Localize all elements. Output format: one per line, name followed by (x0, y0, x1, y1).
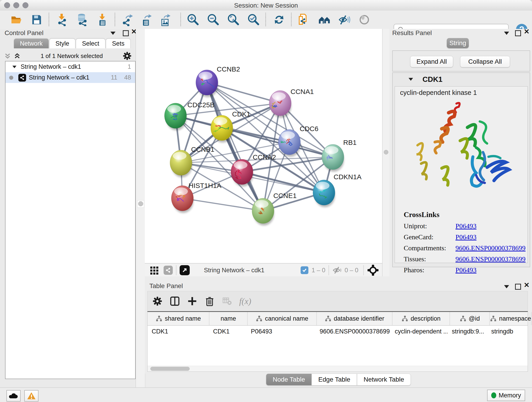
left-splitter-handle[interactable] (138, 201, 143, 206)
protein-structure-image (407, 99, 515, 200)
collapse-all-icon[interactable] (4, 52, 12, 60)
network-collection-row[interactable]: String Network – cdk1 1 (6, 61, 135, 72)
network-options-gear-icon[interactable] (122, 51, 132, 61)
crosslink-link[interactable]: P06493 (456, 222, 476, 230)
left-splitter[interactable] (136, 29, 145, 387)
show-columns-icon[interactable] (170, 296, 180, 306)
control-panel-menu-icon[interactable] (110, 32, 115, 35)
import-table-button[interactable] (96, 13, 109, 26)
import-table-icon (96, 13, 109, 26)
tab-network[interactable]: Network (14, 38, 49, 48)
crosslink-link[interactable]: P06493 (456, 266, 476, 274)
crosslink-label: Tissues: (404, 255, 456, 263)
export-network-button[interactable] (121, 13, 134, 26)
tab-sets[interactable]: Sets (106, 38, 131, 48)
import-network-database-button[interactable] (76, 13, 89, 26)
edge-CCNB2-CCNE1[interactable] (207, 83, 263, 211)
results-panel-float-icon[interactable] (515, 30, 521, 36)
show-graphics-details-button[interactable] (358, 13, 371, 26)
export-network-icon (121, 13, 134, 26)
table-cell: P06493 (247, 326, 316, 337)
tab-network-table[interactable]: Network Table (357, 374, 411, 385)
birds-eye-grid-icon[interactable] (149, 265, 159, 275)
column-hierarchy-icon (156, 315, 162, 322)
table-panel: Table Panel ✕ (145, 276, 532, 374)
control-panel-float-icon[interactable] (123, 30, 129, 36)
tab-string[interactable]: String (447, 38, 469, 48)
duplicate-network-button[interactable] (298, 13, 310, 26)
network-graph[interactable]: CCNB2CCNA1CDC25BCDK1CDC6RB1CCNB1CCNA2CDK… (145, 29, 382, 263)
crosslink-link[interactable]: 9606.ENSP00000378699 (456, 255, 526, 263)
open-session-button[interactable] (10, 13, 23, 26)
tab-select[interactable]: Select (76, 38, 105, 48)
node-CCNE1[interactable]: CCNE1 (252, 192, 297, 225)
apply-layout-button[interactable] (273, 13, 285, 26)
cloud-icon (9, 392, 18, 399)
control-panel: Control Panel ✕ NetworkStyleSelectSets 1… (0, 29, 136, 387)
node-table[interactable]: shared namename canonical name database … (147, 311, 528, 372)
column-header[interactable]: name (209, 312, 248, 325)
network-row[interactable]: String Network – cdk1 11 48 (6, 72, 135, 83)
table-panel-menu-icon[interactable] (504, 285, 509, 288)
expand-all-button[interactable]: Expand All (410, 56, 453, 67)
network-status-dot (9, 76, 13, 80)
crosslinks-section: CrossLinks Uniprot:P06493GeneCard:P06493… (404, 211, 526, 274)
zoom-in-button[interactable] (187, 13, 200, 26)
table-panel-float-icon[interactable] (515, 284, 521, 290)
column-header[interactable]: description (393, 312, 450, 325)
right-splitter[interactable] (382, 29, 390, 276)
edge-CCNE1-HIST1H1A[interactable] (182, 198, 263, 211)
section-expander-icon[interactable] (409, 78, 413, 81)
node-CDKN1A[interactable]: CDKN1A (313, 173, 361, 207)
export-table-button[interactable] (140, 13, 153, 26)
tree-expander-icon[interactable] (12, 65, 17, 68)
memory-button[interactable]: Memory (487, 390, 525, 401)
table-panel-close-icon[interactable]: ✕ (524, 283, 530, 287)
hide-graphics-details-button[interactable] (338, 13, 351, 26)
node-HIST1H1A[interactable]: HIST1H1A (171, 182, 221, 213)
node-CCNA1[interactable]: CCNA1 (269, 88, 314, 118)
crosslink-label: Pharos: (404, 266, 456, 274)
delete-column-icon[interactable] (204, 296, 215, 306)
table-hscrollbar[interactable] (147, 366, 528, 371)
crosslink-link[interactable]: P06493 (456, 233, 476, 241)
import-network-file-button[interactable] (56, 13, 68, 26)
gene-section-header[interactable]: CDK1 (393, 73, 530, 86)
tab-node-table[interactable]: Node Table (266, 374, 312, 385)
selected-checkbox-icon[interactable] (301, 266, 308, 274)
column-header[interactable]: namespace (490, 312, 532, 325)
zoom-out-button[interactable] (207, 13, 220, 26)
group-annotations-button[interactable] (318, 13, 331, 26)
collapse-all-button[interactable]: Collapse All (460, 56, 510, 67)
node-RB1[interactable]: RB1 (322, 139, 356, 172)
warnings-button[interactable] (24, 390, 38, 402)
column-header[interactable]: @id (450, 312, 490, 325)
tab-edge-table[interactable]: Edge Table (312, 374, 357, 385)
table-gear-icon[interactable] (152, 296, 163, 306)
results-panel-menu-icon[interactable] (504, 32, 509, 35)
edge-count: 48 (124, 74, 131, 81)
export-image-button[interactable] (159, 13, 172, 26)
string-network-badge-icon[interactable] (164, 266, 173, 275)
crosslink-link[interactable]: 9606.ENSP00000378699 (456, 244, 526, 252)
pan-crosshair-icon[interactable] (367, 264, 379, 276)
column-header[interactable]: shared name (147, 312, 209, 325)
column-header[interactable]: canonical name (248, 312, 317, 325)
node-CDC25B[interactable]: CDC25B (165, 101, 215, 130)
crosslink-row: GeneCard:P06493 (404, 233, 526, 241)
zoom-fit-button[interactable] (227, 13, 240, 26)
network-canvas[interactable]: CCNB2CCNA1CDC25BCDK1CDC6RB1CCNB1CCNA2CDK… (145, 29, 382, 263)
zoom-selected-button[interactable] (247, 13, 260, 26)
table-row[interactable]: CDK1CDK1P064939606.ENSP00000378699cyclin… (147, 326, 528, 337)
crosslinks-title: CrossLinks (404, 211, 526, 219)
open-in-window-icon[interactable] (180, 265, 190, 275)
table-hscrollbar-thumb[interactable] (150, 367, 190, 371)
column-header[interactable]: database identifier (317, 312, 393, 325)
right-splitter-handle[interactable] (384, 150, 388, 154)
results-panel-close-icon[interactable]: ✕ (524, 29, 530, 34)
cloud-button[interactable] (6, 390, 21, 402)
add-column-icon[interactable] (187, 296, 197, 306)
expand-all-icon[interactable] (13, 52, 21, 60)
tab-style[interactable]: Style (49, 38, 75, 48)
save-session-button[interactable] (30, 13, 43, 26)
